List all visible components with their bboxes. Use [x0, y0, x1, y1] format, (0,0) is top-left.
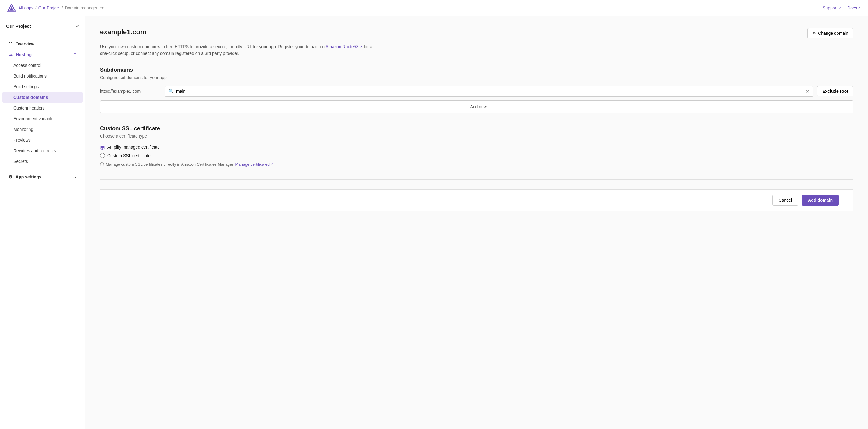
- sidebar-item-build-settings-label: Build settings: [13, 84, 39, 89]
- sidebar-item-secrets-label: Secrets: [13, 159, 28, 164]
- ssl-option-amplify-managed[interactable]: Amplify managed certificate: [100, 145, 854, 149]
- sidebar-item-previews[interactable]: Previews: [2, 135, 83, 145]
- sidebar-item-overview[interactable]: ☷ Overview: [2, 39, 83, 49]
- domain-title: example1.com: [100, 28, 146, 36]
- clear-search-button[interactable]: ✕: [806, 88, 809, 94]
- sidebar-item-build-notifications[interactable]: Build notifications: [2, 71, 83, 81]
- sidebar-item-build-notifications-label: Build notifications: [13, 74, 46, 79]
- breadcrumb-sep-2: /: [62, 5, 63, 10]
- ssl-title: Custom SSL certificate: [100, 125, 854, 132]
- sidebar: Our Project « ☷ Overview ☁ Hosting ⌃ Acc…: [0, 16, 85, 429]
- sidebar-item-environment-variables[interactable]: Environment variables: [2, 114, 83, 124]
- add-domain-button[interactable]: Add domain: [802, 195, 839, 206]
- sidebar-item-rewrites-redirects[interactable]: Rewrites and redirects: [2, 146, 83, 156]
- breadcrumb-current: Domain management: [65, 5, 105, 10]
- sidebar-item-rewrites-redirects-label: Rewrites and redirects: [13, 148, 56, 153]
- sidebar-item-hosting[interactable]: ☁ Hosting ⌃: [2, 50, 83, 60]
- subdomain-row: https://example1.com 🔍 ✕ Exclude root: [100, 86, 854, 97]
- ssl-desc: Choose a certificate type: [100, 134, 854, 139]
- sidebar-item-build-settings[interactable]: Build settings: [2, 82, 83, 92]
- change-domain-button[interactable]: ✎ Change domain: [807, 28, 854, 38]
- top-navigation: All apps / Our Project / Domain manageme…: [0, 0, 868, 16]
- ssl-option-custom-label: Custom SSL certificate: [107, 153, 151, 158]
- sidebar-item-monitoring-label: Monitoring: [13, 127, 33, 132]
- cancel-button[interactable]: Cancel: [772, 195, 799, 206]
- ssl-option-amplify-managed-label: Amplify managed certificate: [107, 145, 160, 149]
- gear-icon: ⚙: [8, 174, 12, 179]
- topnav-left: All apps / Our Project / Domain manageme…: [7, 4, 105, 12]
- subdomain-search-box: 🔍 ✕: [164, 86, 813, 97]
- sidebar-divider-top: [0, 36, 85, 36]
- subdomains-desc: Configure subdomains for your app: [100, 75, 854, 80]
- sidebar-item-monitoring[interactable]: Monitoring: [2, 124, 83, 135]
- domain-description: Use your own custom domain with free HTT…: [100, 43, 374, 57]
- sidebar-item-overview-label: Overview: [16, 41, 34, 47]
- sidebar-item-custom-headers-label: Custom headers: [13, 106, 45, 110]
- sidebar-divider-bottom: [0, 169, 85, 169]
- ssl-note: ⓘ Manage custom SSL certificates directl…: [100, 162, 854, 167]
- sidebar-item-hosting-label: Hosting: [16, 52, 32, 57]
- grid-icon: ☷: [8, 41, 12, 47]
- docs-link[interactable]: Docs ↗: [847, 5, 861, 10]
- sidebar-item-environment-variables-label: Environment variables: [13, 116, 56, 121]
- manage-cert-link[interactable]: Manage certificated ↗: [235, 162, 273, 167]
- ssl-radio-amplify-managed[interactable]: [100, 145, 105, 149]
- search-icon: 🔍: [168, 89, 174, 94]
- sidebar-item-custom-domains[interactable]: Custom domains: [2, 92, 83, 103]
- sidebar-item-app-settings[interactable]: ⚙ App settings ⌄: [2, 172, 83, 182]
- change-domain-label: Change domain: [818, 31, 848, 36]
- edit-icon: ✎: [812, 31, 816, 36]
- subdomain-search-input[interactable]: [176, 89, 803, 94]
- sidebar-item-access-control-label: Access control: [13, 63, 41, 68]
- main-content: example1.com ✎ Change domain Use your ow…: [85, 16, 868, 429]
- domain-header: example1.com ✎ Change domain: [100, 28, 854, 38]
- subdomain-url: https://example1.com: [100, 89, 161, 94]
- project-name: Our Project: [6, 24, 31, 29]
- sidebar-header: Our Project «: [0, 21, 85, 34]
- info-icon: ⓘ: [100, 162, 104, 167]
- sidebar-item-app-settings-label: App settings: [16, 174, 41, 179]
- subdomains-title: Subdomains: [100, 67, 854, 73]
- subdomains-section: Subdomains Configure subdomains for your…: [100, 67, 854, 113]
- ssl-radio-group: Amplify managed certificate Custom SSL c…: [100, 145, 854, 158]
- external-icon-cert: ↗: [271, 162, 273, 166]
- topnav-right: Support ↗ Docs ↗: [823, 5, 861, 10]
- ssl-radio-custom[interactable]: [100, 153, 105, 158]
- amplify-logo: [7, 4, 16, 12]
- breadcrumb: All apps / Our Project / Domain manageme…: [18, 5, 105, 10]
- chevron-up-icon: ⌃: [73, 52, 76, 57]
- sidebar-item-secrets[interactable]: Secrets: [2, 156, 83, 167]
- external-icon: ↗: [838, 6, 841, 10]
- sidebar-collapse-button[interactable]: «: [76, 23, 79, 29]
- breadcrumb-sep-1: /: [35, 5, 37, 10]
- ssl-option-custom[interactable]: Custom SSL certificate: [100, 153, 854, 158]
- support-link[interactable]: Support ↗: [823, 5, 841, 10]
- external-icon-docs: ↗: [858, 6, 861, 10]
- bottom-action-bar: Cancel Add domain: [100, 190, 854, 210]
- bottom-divider: [100, 179, 854, 180]
- sidebar-item-custom-domains-label: Custom domains: [13, 95, 48, 100]
- exclude-root-button[interactable]: Exclude root: [817, 86, 854, 96]
- cloud-icon: ☁: [8, 52, 13, 57]
- breadcrumb-all-apps[interactable]: All apps: [18, 5, 33, 10]
- sidebar-item-custom-headers[interactable]: Custom headers: [2, 103, 83, 113]
- chevron-down-icon: ⌄: [73, 174, 76, 179]
- add-new-button[interactable]: + Add new: [100, 101, 854, 113]
- external-icon-route53: ↗: [360, 45, 362, 49]
- ssl-section: Custom SSL certificate Choose a certific…: [100, 125, 854, 167]
- ssl-note-text: Manage custom SSL certificates directly …: [106, 162, 234, 167]
- main-layout: Our Project « ☷ Overview ☁ Hosting ⌃ Acc…: [0, 16, 868, 429]
- sidebar-item-previews-label: Previews: [13, 138, 31, 142]
- breadcrumb-our-project[interactable]: Our Project: [38, 5, 60, 10]
- sidebar-item-access-control[interactable]: Access control: [2, 60, 83, 70]
- route53-link[interactable]: Amazon Route53 ↗: [326, 44, 362, 49]
